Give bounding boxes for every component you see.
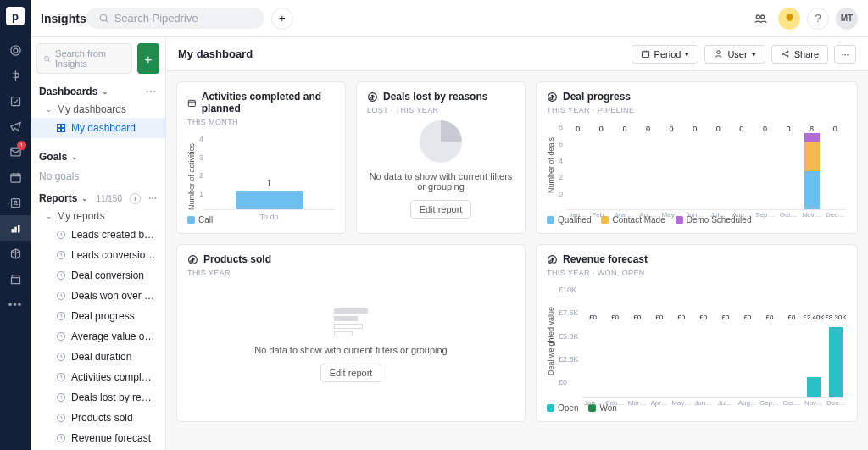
card-activities: Activities completed and planned THIS MO… — [176, 81, 346, 234]
sidebar-report-item[interactable]: Deal duration — [31, 347, 165, 367]
calendar-icon — [187, 97, 197, 108]
sidebar-report-item[interactable]: Leads conversion by so… — [31, 245, 165, 265]
svg-rect-9 — [18, 225, 20, 232]
rail-activities-icon[interactable] — [0, 164, 31, 190]
y-axis-label: Number of activities — [187, 133, 196, 210]
search-placeholder: Search Pipedrive — [114, 12, 198, 25]
svg-point-0 — [14, 48, 18, 53]
bar-column: 0Mar… — [613, 133, 637, 209]
bar-column: £0Aug… — [737, 321, 759, 397]
sidebar-report-item[interactable]: Average value of won d… — [31, 326, 165, 347]
search-icon — [43, 54, 51, 64]
bar-column: 0Feb… — [590, 133, 614, 209]
quick-add-button[interactable]: + — [271, 8, 293, 30]
report-icon — [56, 250, 66, 260]
sidebar-report-item[interactable]: Leads created by users — [31, 225, 165, 245]
svg-rect-15 — [62, 125, 65, 128]
report-icon — [56, 433, 66, 443]
sidebar-item-my-dashboard[interactable]: My dashboard — [31, 118, 165, 138]
rail-projects-icon[interactable] — [0, 88, 31, 114]
rail-campaigns-icon[interactable] — [0, 114, 31, 139]
report-icon — [56, 291, 66, 301]
calendar-icon — [641, 49, 650, 58]
svg-rect-16 — [58, 129, 61, 132]
svg-point-12 — [761, 15, 765, 19]
reports-count: 11/150 — [96, 194, 122, 203]
bar-column: £0Jul… — [715, 321, 737, 397]
report-icon — [56, 331, 66, 342]
svg-point-33 — [787, 55, 788, 57]
info-icon[interactable]: i — [130, 193, 141, 204]
y-axis-label: Deal weighted value — [547, 307, 555, 375]
svg-point-32 — [787, 51, 788, 53]
assistant-icon[interactable] — [778, 8, 800, 30]
report-icon — [56, 413, 66, 423]
svg-point-10 — [100, 14, 107, 21]
topbar: Insights Search Pipedrive + ? MT — [31, 0, 868, 37]
report-icon — [56, 352, 66, 362]
bar-column: £0Sep… — [759, 321, 781, 397]
sidebar-report-item[interactable]: Products sold — [31, 408, 165, 428]
rail-insights-icon[interactable] — [0, 215, 31, 241]
sidebar-report-item[interactable]: Activities completed an… — [31, 367, 165, 387]
more-icon[interactable]: ··· — [148, 192, 157, 204]
my-dashboards-group[interactable]: ⌄My dashboards — [31, 101, 165, 118]
svg-rect-8 — [14, 226, 17, 232]
report-icon — [56, 311, 66, 321]
report-icon — [56, 270, 66, 281]
nodata-text: No data to show with current filters or … — [367, 171, 515, 192]
bar-column: 0Apr… — [637, 133, 660, 209]
share-button[interactable]: Share — [771, 45, 828, 64]
svg-point-30 — [717, 51, 721, 54]
chevron-down-icon: ▾ — [685, 50, 689, 58]
app-logo[interactable]: p — [6, 7, 25, 25]
legend-item: Open — [558, 403, 578, 413]
rail-deals-icon[interactable] — [0, 63, 31, 88]
more-icon[interactable]: ··· — [146, 86, 157, 97]
dashboard-header: My dashboard Period▾ User▾ Share — [166, 37, 868, 71]
goals-section-header[interactable]: Goals ⌄ — [31, 145, 165, 166]
help-icon[interactable]: ? — [807, 8, 829, 30]
add-insight-button[interactable]: + — [137, 43, 159, 74]
chart-area: £0Jan…£0Feb…£0Mar…£0Apr…£0May…£0Jun…£0Ju… — [582, 284, 847, 398]
sidebar-report-item[interactable]: Revenue forecast — [31, 428, 165, 448]
bar-column: 0Dec… — [823, 133, 847, 209]
dashboard-icon — [56, 123, 66, 133]
global-search[interactable]: Search Pipedrive — [86, 8, 264, 29]
rail-marketplace-icon[interactable] — [0, 266, 31, 292]
chart-area: 1 To do — [203, 133, 335, 210]
sidebar-report-item[interactable]: Deal conversion — [31, 265, 165, 286]
dashboard-more-button[interactable]: ··· — [834, 45, 856, 64]
pie-placeholder-icon — [420, 120, 462, 163]
sidebar-report-item[interactable]: Deals won over time — [31, 286, 165, 306]
rail-mail-icon[interactable] — [0, 139, 31, 164]
sidebar-search-input[interactable]: Search from Insights — [36, 43, 132, 74]
my-reports-group[interactable]: ⌄My reports — [31, 208, 165, 225]
user-filter-button[interactable]: User▾ — [704, 45, 765, 64]
user-icon — [714, 49, 723, 58]
invite-icon[interactable] — [749, 8, 771, 30]
dashboards-section-header[interactable]: Dashboards ⌄ ··· — [31, 80, 165, 101]
rail-products-icon[interactable] — [0, 241, 31, 266]
sidebar-report-item[interactable]: Deal progress — [31, 306, 165, 326]
search-icon — [98, 13, 109, 24]
user-avatar[interactable]: MT — [836, 8, 858, 30]
rail-more-icon[interactable]: ••• — [0, 292, 31, 317]
bar-column: 0Jul… — [706, 133, 730, 209]
edit-report-button[interactable]: Edit report — [410, 200, 472, 219]
period-filter-button[interactable]: Period▾ — [632, 45, 699, 64]
sidebar-report-item[interactable]: Deals lost by reasons — [31, 387, 165, 408]
svg-rect-14 — [58, 125, 61, 128]
bar-column: 8Nov… — [800, 133, 824, 209]
nodata-text: No data to show with current filters or … — [254, 345, 447, 355]
bar-column: £0May… — [670, 321, 693, 397]
edit-report-button[interactable]: Edit report — [320, 364, 382, 382]
insights-sidebar: Search from Insights + Dashboards ⌄ ··· … — [31, 37, 166, 450]
svg-point-1 — [10, 45, 19, 54]
reports-section-header[interactable]: Reports ⌄ 11/150 i ··· — [31, 186, 165, 208]
rail-leads-icon[interactable] — [0, 37, 31, 63]
bar-column: 0Aug… — [730, 133, 754, 209]
rail-contacts-icon[interactable] — [0, 190, 31, 215]
chevron-down-icon: ▾ — [752, 50, 756, 58]
bar-todo: 1 — [236, 191, 303, 210]
